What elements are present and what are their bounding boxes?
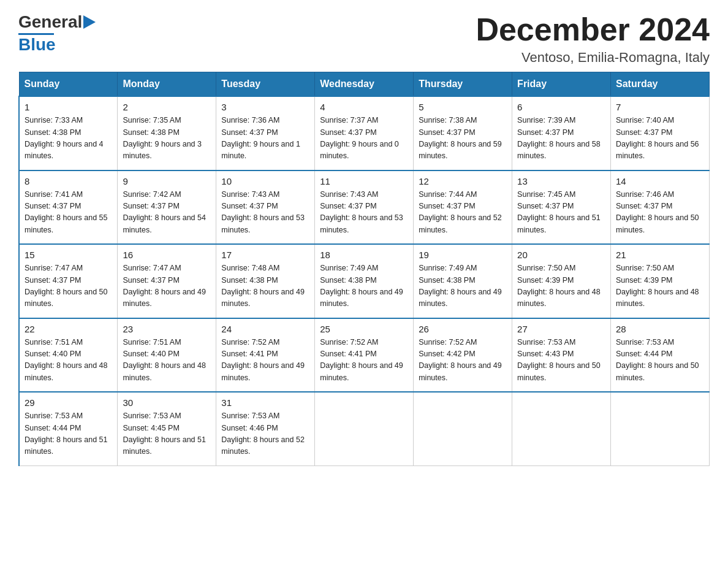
day-info: Sunrise: 7:41 AM Sunset: 4:37 PM Dayligh…: [25, 189, 112, 237]
day-info: Sunrise: 7:50 AM Sunset: 4:39 PM Dayligh…: [616, 262, 704, 310]
calendar-header-row: SundayMondayTuesdayWednesdayThursdayFrid…: [19, 72, 710, 97]
calendar-week-row: 1 Sunrise: 7:33 AM Sunset: 4:38 PM Dayli…: [19, 96, 710, 170]
day-info: Sunrise: 7:40 AM Sunset: 4:37 PM Dayligh…: [616, 115, 704, 163]
day-info: Sunrise: 7:53 AM Sunset: 4:46 PM Dayligh…: [221, 410, 309, 458]
day-info: Sunrise: 7:39 AM Sunset: 4:37 PM Dayligh…: [517, 115, 605, 163]
day-info: Sunrise: 7:49 AM Sunset: 4:38 PM Dayligh…: [320, 262, 408, 310]
day-info: Sunrise: 7:52 AM Sunset: 4:41 PM Dayligh…: [221, 337, 309, 385]
logo-blue-text: Blue: [18, 35, 56, 55]
day-info: Sunrise: 7:53 AM Sunset: 4:44 PM Dayligh…: [25, 410, 112, 458]
day-info: Sunrise: 7:53 AM Sunset: 4:45 PM Dayligh…: [123, 410, 211, 458]
calendar-cell: 15 Sunrise: 7:47 AM Sunset: 4:37 PM Dayl…: [19, 244, 118, 318]
calendar-cell: 12 Sunrise: 7:44 AM Sunset: 4:37 PM Dayl…: [414, 170, 512, 245]
day-number: 15: [25, 250, 112, 260]
day-info: Sunrise: 7:51 AM Sunset: 4:40 PM Dayligh…: [25, 337, 112, 385]
calendar-cell: 7 Sunrise: 7:40 AM Sunset: 4:37 PM Dayli…: [611, 96, 710, 170]
calendar-cell: 27 Sunrise: 7:53 AM Sunset: 4:43 PM Dayl…: [512, 318, 611, 393]
calendar-cell: 16 Sunrise: 7:47 AM Sunset: 4:37 PM Dayl…: [118, 244, 216, 318]
location-subtitle: Ventoso, Emilia-Romagna, Italy: [476, 50, 710, 66]
calendar-header-saturday: Saturday: [611, 72, 710, 97]
day-info: Sunrise: 7:42 AM Sunset: 4:37 PM Dayligh…: [123, 189, 211, 237]
calendar-cell: 21 Sunrise: 7:50 AM Sunset: 4:39 PM Dayl…: [611, 244, 710, 318]
day-info: Sunrise: 7:45 AM Sunset: 4:37 PM Dayligh…: [517, 189, 605, 237]
day-number: 5: [419, 102, 507, 112]
calendar-cell: 10 Sunrise: 7:43 AM Sunset: 4:37 PM Dayl…: [216, 170, 315, 245]
day-number: 28: [616, 324, 704, 334]
calendar-cell: 3 Sunrise: 7:36 AM Sunset: 4:37 PM Dayli…: [216, 96, 315, 170]
calendar-week-row: 29 Sunrise: 7:53 AM Sunset: 4:44 PM Dayl…: [19, 392, 710, 465]
svg-marker-0: [83, 15, 96, 29]
day-info: Sunrise: 7:36 AM Sunset: 4:37 PM Dayligh…: [221, 115, 309, 163]
day-info: Sunrise: 7:37 AM Sunset: 4:37 PM Dayligh…: [320, 115, 408, 163]
calendar-week-row: 22 Sunrise: 7:51 AM Sunset: 4:40 PM Dayl…: [19, 318, 710, 393]
day-number: 23: [123, 324, 211, 334]
day-info: Sunrise: 7:44 AM Sunset: 4:37 PM Dayligh…: [419, 189, 507, 237]
logo-arrow-icon: [83, 15, 96, 29]
day-number: 1: [25, 102, 112, 112]
day-number: 3: [221, 102, 309, 112]
calendar-cell: [315, 392, 414, 465]
calendar-header-sunday: Sunday: [19, 72, 118, 97]
calendar-cell: 1 Sunrise: 7:33 AM Sunset: 4:38 PM Dayli…: [19, 96, 118, 170]
calendar-cell: 6 Sunrise: 7:39 AM Sunset: 4:37 PM Dayli…: [512, 96, 611, 170]
day-number: 4: [320, 102, 408, 112]
day-number: 26: [419, 324, 507, 334]
day-info: Sunrise: 7:46 AM Sunset: 4:37 PM Dayligh…: [616, 189, 704, 237]
calendar-header-thursday: Thursday: [414, 72, 512, 97]
day-info: Sunrise: 7:33 AM Sunset: 4:38 PM Dayligh…: [25, 115, 112, 163]
calendar-cell: 11 Sunrise: 7:43 AM Sunset: 4:37 PM Dayl…: [315, 170, 414, 245]
day-number: 25: [320, 324, 408, 334]
day-number: 13: [517, 176, 605, 186]
day-info: Sunrise: 7:51 AM Sunset: 4:40 PM Dayligh…: [123, 337, 211, 385]
calendar-cell: 14 Sunrise: 7:46 AM Sunset: 4:37 PM Dayl…: [611, 170, 710, 245]
calendar-week-row: 15 Sunrise: 7:47 AM Sunset: 4:37 PM Dayl…: [19, 244, 710, 318]
calendar-cell: 19 Sunrise: 7:49 AM Sunset: 4:38 PM Dayl…: [414, 244, 512, 318]
day-info: Sunrise: 7:47 AM Sunset: 4:37 PM Dayligh…: [25, 262, 112, 310]
day-number: 10: [221, 176, 309, 186]
logo: General Blue: [18, 12, 96, 55]
calendar-cell: 26 Sunrise: 7:52 AM Sunset: 4:42 PM Dayl…: [414, 318, 512, 393]
calendar-cell: 18 Sunrise: 7:49 AM Sunset: 4:38 PM Dayl…: [315, 244, 414, 318]
calendar-cell: 20 Sunrise: 7:50 AM Sunset: 4:39 PM Dayl…: [512, 244, 611, 318]
calendar-cell: 17 Sunrise: 7:48 AM Sunset: 4:38 PM Dayl…: [216, 244, 315, 318]
calendar-cell: 31 Sunrise: 7:53 AM Sunset: 4:46 PM Dayl…: [216, 392, 315, 465]
calendar-cell: 23 Sunrise: 7:51 AM Sunset: 4:40 PM Dayl…: [118, 318, 216, 393]
day-info: Sunrise: 7:35 AM Sunset: 4:38 PM Dayligh…: [123, 115, 211, 163]
calendar-cell: 29 Sunrise: 7:53 AM Sunset: 4:44 PM Dayl…: [19, 392, 118, 465]
day-info: Sunrise: 7:52 AM Sunset: 4:41 PM Dayligh…: [320, 337, 408, 385]
day-number: 17: [221, 250, 309, 260]
calendar-cell: 8 Sunrise: 7:41 AM Sunset: 4:37 PM Dayli…: [19, 170, 118, 245]
day-number: 14: [616, 176, 704, 186]
calendar-cell: [414, 392, 512, 465]
calendar-cell: [611, 392, 710, 465]
day-number: 2: [123, 102, 211, 112]
day-info: Sunrise: 7:38 AM Sunset: 4:37 PM Dayligh…: [419, 115, 507, 163]
month-title: December 2024: [476, 12, 710, 47]
calendar-header-wednesday: Wednesday: [315, 72, 414, 97]
day-number: 30: [123, 397, 211, 408]
calendar-cell: 24 Sunrise: 7:52 AM Sunset: 4:41 PM Dayl…: [216, 318, 315, 393]
day-number: 29: [25, 397, 112, 408]
day-number: 21: [616, 250, 704, 260]
calendar-cell: 13 Sunrise: 7:45 AM Sunset: 4:37 PM Dayl…: [512, 170, 611, 245]
day-number: 6: [517, 102, 605, 112]
day-number: 31: [221, 397, 309, 408]
calendar-cell: 30 Sunrise: 7:53 AM Sunset: 4:45 PM Dayl…: [118, 392, 216, 465]
calendar-cell: 28 Sunrise: 7:53 AM Sunset: 4:44 PM Dayl…: [611, 318, 710, 393]
calendar-cell: 4 Sunrise: 7:37 AM Sunset: 4:37 PM Dayli…: [315, 96, 414, 170]
day-number: 12: [419, 176, 507, 186]
day-info: Sunrise: 7:43 AM Sunset: 4:37 PM Dayligh…: [320, 189, 408, 237]
day-number: 22: [25, 324, 112, 334]
day-number: 20: [517, 250, 605, 260]
day-info: Sunrise: 7:50 AM Sunset: 4:39 PM Dayligh…: [517, 262, 605, 310]
day-info: Sunrise: 7:47 AM Sunset: 4:37 PM Dayligh…: [123, 262, 211, 310]
calendar-cell: 5 Sunrise: 7:38 AM Sunset: 4:37 PM Dayli…: [414, 96, 512, 170]
day-number: 8: [25, 176, 112, 186]
day-number: 9: [123, 176, 211, 186]
calendar-week-row: 8 Sunrise: 7:41 AM Sunset: 4:37 PM Dayli…: [19, 170, 710, 245]
calendar-header-monday: Monday: [118, 72, 216, 97]
day-number: 18: [320, 250, 408, 260]
calendar-cell: 2 Sunrise: 7:35 AM Sunset: 4:38 PM Dayli…: [118, 96, 216, 170]
calendar-cell: 9 Sunrise: 7:42 AM Sunset: 4:37 PM Dayli…: [118, 170, 216, 245]
day-info: Sunrise: 7:53 AM Sunset: 4:44 PM Dayligh…: [616, 337, 704, 385]
